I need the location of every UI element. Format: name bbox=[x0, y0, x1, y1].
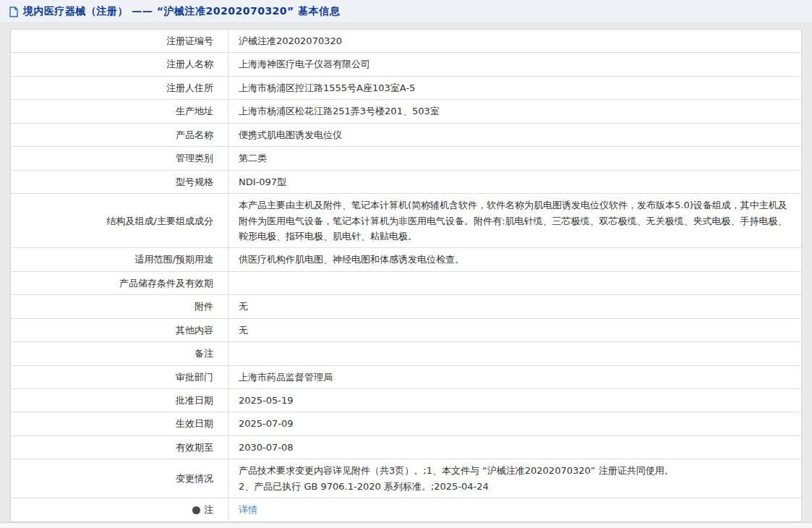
row-value-text: 上海海神医疗电子仪器有限公司 bbox=[239, 56, 370, 72]
row-value: 2025-07-09 bbox=[228, 412, 801, 435]
document-icon bbox=[9, 7, 19, 17]
row-label: 生产地址 bbox=[11, 100, 228, 122]
row-label: 产品名称 bbox=[11, 124, 228, 146]
row-value-text: 产品技术要求变更内容详见附件（共3页）。;1、本文件与 “沪械注准2020207… bbox=[239, 463, 674, 494]
row-label-text: 适用范围/预期用途 bbox=[135, 252, 213, 267]
table-row: 有效期至2030-07-08 bbox=[11, 436, 801, 459]
row-label: 备注 bbox=[11, 342, 228, 365]
footer-divider bbox=[0, 522, 812, 528]
row-label-text: 型号规格 bbox=[176, 174, 213, 190]
page-header: 境内医疗器械（注册） —— “沪械注准20202070320” 基本信息 bbox=[0, 0, 812, 23]
table-row: 其他内容无 bbox=[11, 319, 801, 342]
detail-link[interactable]: 详情 bbox=[239, 502, 257, 517]
row-label-text: 生产地址 bbox=[176, 103, 213, 119]
row-value-text: 2025-05-19 bbox=[239, 393, 294, 408]
row-value-text: 上海市杨浦区松花江路251弄3号楼201、503室 bbox=[239, 103, 440, 119]
row-label-text: 产品储存条件及有效期 bbox=[119, 276, 213, 291]
row-label-text: 其他内容 bbox=[176, 323, 213, 338]
row-label-text: 有效期至 bbox=[176, 440, 213, 455]
row-label-text: 结构及组成/主要组成成分 bbox=[107, 213, 213, 229]
row-value: 上海市杨浦区松花江路251弄3号楼201、503室 bbox=[228, 100, 801, 122]
table-row: 注册证编号沪械注准20202070320 bbox=[11, 30, 801, 53]
row-label-text: 产品名称 bbox=[176, 127, 213, 142]
row-label: 产品储存条件及有效期 bbox=[11, 272, 228, 294]
table-row: 型号规格NDI-097型 bbox=[11, 171, 801, 194]
row-value bbox=[228, 342, 801, 365]
row-value: 供医疗机构作肌电图、神经电图和体感诱发电位检查。 bbox=[228, 248, 801, 271]
row-value: 无 bbox=[228, 295, 801, 318]
row-label-text: 注册人住所 bbox=[166, 80, 213, 95]
row-label: 注册证编号 bbox=[11, 30, 228, 52]
row-label: 批准日期 bbox=[11, 389, 228, 412]
row-label: 有效期至 bbox=[11, 436, 228, 459]
row-label: 结构及组成/主要组成成分 bbox=[11, 194, 228, 247]
table-row: 审批部门上海市药品监督管理局 bbox=[11, 366, 801, 389]
table-row: 附件无 bbox=[11, 295, 801, 318]
row-value: 上海海神医疗电子仪器有限公司 bbox=[228, 53, 801, 75]
table-row: 注详情 bbox=[11, 498, 801, 521]
row-label: 型号规格 bbox=[11, 171, 228, 193]
row-value-text: NDI-097型 bbox=[239, 174, 286, 190]
row-label: 变更情况 bbox=[11, 459, 228, 498]
row-value-text: 便携式肌电图诱发电位仪 bbox=[239, 127, 342, 142]
row-value: 便携式肌电图诱发电位仪 bbox=[228, 124, 801, 146]
row-label: 生效日期 bbox=[11, 412, 228, 435]
page-title: 境内医疗器械（注册） —— “沪械注准20202070320” 基本信息 bbox=[23, 5, 340, 18]
row-label: 管理类别 bbox=[11, 147, 228, 169]
row-label-text: 备注 bbox=[195, 346, 213, 361]
row-label: 审批部门 bbox=[11, 366, 228, 388]
table-row: 注册人住所上海市杨浦区控江路1555号A座103室A-5 bbox=[11, 77, 801, 100]
row-value-text: 无 bbox=[239, 323, 248, 338]
row-value-text: 2030-07-08 bbox=[239, 440, 294, 455]
row-label-text: 注册人名称 bbox=[166, 56, 213, 72]
table-row: 生产地址上海市杨浦区松花江路251弄3号楼201、503室 bbox=[11, 100, 801, 123]
row-value: 产品技术要求变更内容详见附件（共3页）。;1、本文件与 “沪械注准2020207… bbox=[228, 459, 801, 498]
row-value-text: 第二类 bbox=[239, 150, 267, 166]
row-label: 适用范围/预期用途 bbox=[11, 248, 228, 271]
row-label: 注册人名称 bbox=[11, 53, 228, 75]
table-row: 结构及组成/主要组成成分本产品主要由主机及附件、笔记本计算机(简称辅机含软件，软… bbox=[11, 194, 801, 248]
row-value-text: 上海市药品监督管理局 bbox=[239, 370, 333, 385]
row-value: 2025-05-19 bbox=[228, 389, 801, 412]
row-value: 沪械注准20202070320 bbox=[228, 30, 801, 52]
row-value: 上海市杨浦区控江路1555号A座103室A-5 bbox=[228, 77, 801, 99]
table-row: 生效日期2025-07-09 bbox=[11, 412, 801, 435]
row-label: 注 bbox=[11, 498, 228, 521]
row-label-text: 变更情况 bbox=[176, 471, 213, 486]
row-label-text: 批准日期 bbox=[176, 393, 213, 408]
note-icon bbox=[192, 506, 200, 514]
row-label-text: 注 bbox=[204, 502, 213, 517]
row-label-text: 注册证编号 bbox=[166, 33, 213, 48]
table-row: 产品储存条件及有效期 bbox=[11, 272, 801, 295]
table-row: 备注 bbox=[11, 342, 801, 365]
row-value-text: 本产品主要由主机及附件、笔记本计算机(简称辅机含软件，软件名称为肌电图诱发电位仪… bbox=[239, 197, 791, 244]
table-row: 产品名称便携式肌电图诱发电位仪 bbox=[11, 124, 801, 147]
row-label: 注册人住所 bbox=[11, 77, 228, 99]
table-row: 适用范围/预期用途供医疗机构作肌电图、神经电图和体感诱发电位检查。 bbox=[11, 248, 801, 271]
row-value bbox=[228, 272, 801, 294]
row-label-text: 附件 bbox=[195, 299, 213, 314]
row-value: 第二类 bbox=[228, 147, 801, 169]
row-value: 无 bbox=[228, 319, 801, 341]
row-value: 详情 bbox=[228, 498, 801, 521]
row-label-text: 管理类别 bbox=[176, 150, 213, 166]
table-row: 批准日期2025-05-19 bbox=[11, 389, 801, 412]
row-label: 附件 bbox=[11, 295, 228, 318]
row-label-text: 审批部门 bbox=[176, 370, 213, 385]
info-table: 注册证编号沪械注准20202070320注册人名称上海海神医疗电子仪器有限公司注… bbox=[10, 29, 802, 522]
page: 境内医疗器械（注册） —— “沪械注准20202070320” 基本信息 注册证… bbox=[0, 0, 812, 528]
row-value-text: 上海市杨浦区控江路1555号A座103室A-5 bbox=[239, 80, 415, 95]
row-value-text: 沪械注准20202070320 bbox=[239, 33, 342, 48]
table-row: 变更情况产品技术要求变更内容详见附件（共3页）。;1、本文件与 “沪械注准202… bbox=[11, 459, 801, 498]
row-value: 2030-07-08 bbox=[228, 436, 801, 459]
row-value-text: 无 bbox=[239, 299, 248, 314]
row-value-text: 2025-07-09 bbox=[239, 416, 294, 431]
row-label-text: 生效日期 bbox=[176, 416, 213, 431]
row-value: NDI-097型 bbox=[228, 171, 801, 193]
row-value: 本产品主要由主机及附件、笔记本计算机(简称辅机含软件，软件名称为肌电图诱发电位仪… bbox=[228, 194, 801, 247]
row-value-text: 供医疗机构作肌电图、神经电图和体感诱发电位检查。 bbox=[239, 252, 464, 267]
row-value: 上海市药品监督管理局 bbox=[228, 366, 801, 388]
table-row: 注册人名称上海海神医疗电子仪器有限公司 bbox=[11, 53, 801, 76]
row-label: 其他内容 bbox=[11, 319, 228, 341]
table-row: 管理类别第二类 bbox=[11, 147, 801, 170]
